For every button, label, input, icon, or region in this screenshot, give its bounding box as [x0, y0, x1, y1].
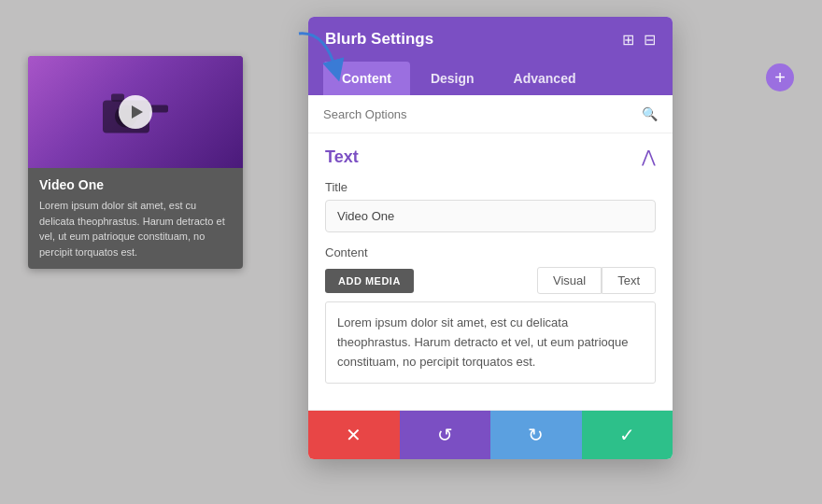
layout-icon[interactable]: ⊟: [644, 31, 656, 49]
search-input[interactable]: [323, 107, 634, 121]
blurb-settings-panel: Blurb Settings ⊞ ⊟ Content Design Advanc…: [308, 17, 673, 459]
text-view-button[interactable]: Text: [602, 267, 656, 294]
panel-body: Text ⋀ Title Content ADD MEDIA Visual Te…: [308, 133, 673, 410]
panel-header-actions: ⊞ ⊟: [622, 31, 656, 49]
save-icon: ✓: [619, 424, 635, 446]
content-field-group: Content ADD MEDIA Visual Text Lorem ipsu…: [325, 245, 656, 384]
visual-view-button[interactable]: Visual: [537, 267, 602, 294]
action-bar: ✕ ↺ ↻ ✓: [308, 410, 673, 459]
search-icon: 🔍: [642, 106, 658, 121]
redo-icon: ↻: [528, 424, 544, 446]
plus-icon: +: [774, 67, 786, 89]
search-bar: 🔍: [308, 95, 673, 133]
play-button[interactable]: [119, 95, 152, 129]
undo-button[interactable]: ↺: [400, 411, 491, 459]
card-body-text: Lorem ipsum dolor sit amet, est cu delic…: [39, 198, 232, 259]
panel-tabs: Content Design Advanced: [308, 62, 673, 95]
card-body: Video One Lorem ipsum dolor sit amet, es…: [28, 168, 243, 269]
title-input[interactable]: [325, 200, 656, 232]
arrow-pointer: [290, 26, 346, 86]
panel-header: Blurb Settings ⊞ ⊟: [308, 17, 673, 62]
section-title: Text: [325, 147, 359, 167]
text-section-heading: Text ⋀: [325, 147, 656, 167]
svg-rect-3: [149, 105, 168, 113]
editor-view-buttons: Visual Text: [537, 267, 656, 294]
content-editor[interactable]: Lorem ipsum dolor sit amet, est cu delic…: [325, 301, 656, 384]
add-media-button[interactable]: ADD MEDIA: [325, 269, 414, 293]
cancel-button[interactable]: ✕: [308, 411, 400, 459]
redo-button[interactable]: ↻: [490, 411, 582, 459]
card-image: [28, 56, 243, 168]
cancel-icon: ✕: [346, 424, 361, 446]
expand-icon[interactable]: ⊞: [622, 31, 634, 49]
editor-toolbar: ADD MEDIA Visual Text: [325, 267, 656, 294]
video-card: Video One Lorem ipsum dolor sit amet, es…: [28, 56, 243, 269]
add-button[interactable]: +: [766, 63, 794, 91]
card-title: Video One: [39, 177, 232, 192]
tab-design[interactable]: Design: [412, 62, 493, 95]
collapse-icon[interactable]: ⋀: [642, 147, 656, 167]
title-field-group: Title: [325, 180, 656, 232]
undo-icon: ↺: [437, 424, 453, 446]
content-label: Content: [325, 245, 656, 259]
tab-advanced[interactable]: Advanced: [495, 62, 595, 95]
save-button[interactable]: ✓: [582, 411, 673, 459]
title-label: Title: [325, 180, 656, 194]
